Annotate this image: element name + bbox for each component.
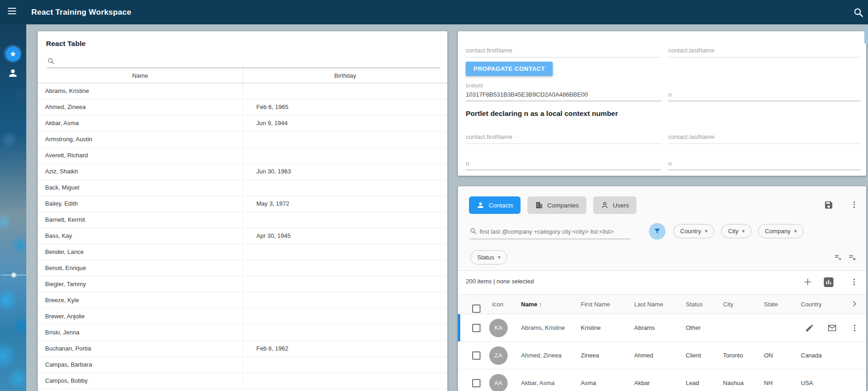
column-header-birthday[interactable]: Birthday [243, 68, 447, 83]
table-row[interactable]: Bailey, Edith May 3, 1972 [38, 196, 447, 212]
table-row[interactable]: Briski, Jenna [38, 325, 447, 341]
cell-birthday [243, 373, 447, 389]
table-row[interactable]: Akbar, Asma Jun 9, 1944 [38, 115, 447, 132]
cell-name[interactable]: Abrams, Kristine [521, 324, 565, 331]
cell-name: Breeze, Kyle [38, 293, 243, 308]
cell-name: Benoit, Enrique [38, 260, 243, 276]
table-search-input[interactable] [58, 57, 440, 67]
hamburger-icon[interactable] [8, 8, 17, 15]
person-outline-icon [601, 201, 609, 209]
column-header-state[interactable]: State [764, 301, 778, 308]
portlet-heading: Portlet declaring n as a local context n… [466, 109, 618, 118]
sort-add-icon[interactable] [832, 252, 844, 264]
table-row[interactable]: Brewer, Anjolie [38, 309, 447, 325]
column-header-icon[interactable]: Icon [492, 301, 503, 308]
sidebar-item-favorites[interactable]: ★ [4, 45, 22, 63]
column-header-country[interactable]: Country [801, 301, 822, 308]
portlet-n-field-left[interactable]: n [466, 160, 661, 170]
cell-birthday [243, 293, 447, 308]
cell-birthday: Feb 6, 1965 [243, 99, 447, 115]
row-checkbox[interactable] [472, 324, 480, 332]
table-row[interactable]: Buchanan, Portia Feb 8, 1962 [38, 341, 447, 357]
row-checkbox[interactable] [472, 351, 480, 360]
entity-id-value[interactable]: 10317F8B531B3B45E3B9CD2A0A486BBE00 [466, 91, 661, 101]
portlet-last-name-field[interactable] [668, 144, 861, 144]
filter-chip-status[interactable]: Status [470, 250, 507, 264]
table-row[interactable]: Biegler, Tammy [38, 276, 447, 293]
cell-name: Bender, Lance [38, 244, 243, 260]
table-row[interactable]: Bender, Lance [38, 244, 447, 260]
table-row[interactable]: Benoit, Enrique [38, 260, 447, 276]
column-header-last-name[interactable]: Last Name [634, 301, 663, 308]
select-all-checkbox[interactable] [472, 305, 480, 313]
n-field[interactable]: n [668, 91, 861, 101]
filter-chip-company[interactable]: Company [758, 224, 804, 238]
cell-name: Bass, Kay [38, 228, 243, 244]
cell-name: Buchanan, Portia [38, 341, 243, 356]
table-row[interactable]: AA Akbar, Asma Asma Akbar Lead Nashua NH… [458, 369, 866, 391]
avatar: AA [489, 374, 508, 391]
table-row[interactable]: Barnett, Kermit [38, 212, 447, 228]
cell-birthday [243, 325, 447, 340]
lens-flare-decoration [1, 268, 26, 282]
table-row[interactable]: Averett, Richard [38, 148, 447, 164]
star-icon: ★ [6, 46, 21, 62]
tab-contacts[interactable]: Contacts [469, 196, 521, 214]
sort-clear-icon[interactable] [846, 252, 858, 264]
chevron-right-icon[interactable] [851, 300, 858, 309]
table-row[interactable]: ZA Ahmed, Zineea Zineea Ahmed Client Tor… [458, 342, 866, 369]
filter-chip-country[interactable]: Country [673, 224, 714, 238]
portlet-first-name-field[interactable] [466, 144, 661, 144]
column-header-first-name[interactable]: First Name [581, 301, 610, 308]
plus-icon[interactable] [802, 276, 814, 288]
table-row[interactable]: Armstrong, Austin [38, 132, 447, 148]
kebab-menu-icon[interactable] [849, 322, 861, 334]
cell-name[interactable]: Ahmed, Zineea [521, 352, 561, 359]
cell-name: Abrams, Kristine [38, 83, 243, 99]
table-row[interactable]: Campos, Bobby [38, 373, 447, 389]
kebab-menu-icon[interactable] [848, 199, 860, 211]
column-header-name[interactable]: Name [38, 68, 243, 83]
cell-country: USA [801, 380, 813, 386]
last-name-field[interactable] [668, 57, 861, 58]
save-icon[interactable] [822, 199, 834, 211]
portlet-n-field-right[interactable]: n [668, 160, 861, 170]
table-row[interactable]: Campas, Barbara [38, 357, 447, 373]
cell-birthday [243, 309, 447, 324]
contacts-browser-panel: Contacts Companies Users Country City [458, 186, 866, 391]
column-header-name[interactable]: Name [521, 301, 542, 308]
tab-users[interactable]: Users [593, 196, 637, 214]
row-checkbox[interactable] [472, 379, 480, 387]
table-row[interactable]: Abrams, Kristine [38, 83, 447, 99]
bar-chart-icon[interactable] [822, 276, 834, 288]
edit-pencil-icon[interactable] [804, 322, 816, 334]
cell-name[interactable]: Akbar, Asma [521, 380, 555, 386]
scrollbar-thumb[interactable] [864, 26, 868, 44]
person-icon [476, 201, 485, 209]
table-row[interactable]: Aziz, Shaikh Jun 30, 1963 [38, 164, 447, 180]
contacts-search-input[interactable] [480, 226, 631, 236]
building-icon [535, 201, 543, 209]
cell-city: Toronto [723, 352, 743, 359]
filter-chip-city[interactable]: City [721, 224, 752, 238]
propagate-contact-button[interactable]: PROPAGATE CONTACT [466, 62, 553, 76]
page-scrollbar[interactable] [864, 25, 868, 391]
field-label: contact.lastName [668, 47, 861, 54]
table-row[interactable]: Ahmed, Zineea Feb 6, 1965 [38, 99, 447, 115]
mail-icon[interactable] [826, 322, 838, 334]
column-header-city[interactable]: City [723, 301, 733, 308]
search-icon[interactable] [852, 6, 864, 18]
first-name-field[interactable] [466, 57, 661, 58]
table-row[interactable]: Bass, Kay Apr 30, 1945 [38, 228, 447, 244]
search-icon [469, 227, 477, 235]
sidebar-item-profile[interactable] [4, 64, 22, 82]
cell-name: Averett, Richard [38, 148, 243, 163]
table-row[interactable]: Breeze, Kyle [38, 293, 447, 309]
table-row[interactable]: Back, Miguel [38, 180, 447, 196]
tab-companies[interactable]: Companies [527, 196, 586, 214]
kebab-menu-icon[interactable] [848, 276, 860, 288]
cell-name: Back, Miguel [38, 180, 243, 196]
filter-funnel-icon[interactable] [649, 223, 665, 240]
table-row[interactable]: KA Abrams, Kristine Kristine Abrams Othe… [458, 314, 866, 342]
column-header-status[interactable]: Status [686, 301, 703, 308]
